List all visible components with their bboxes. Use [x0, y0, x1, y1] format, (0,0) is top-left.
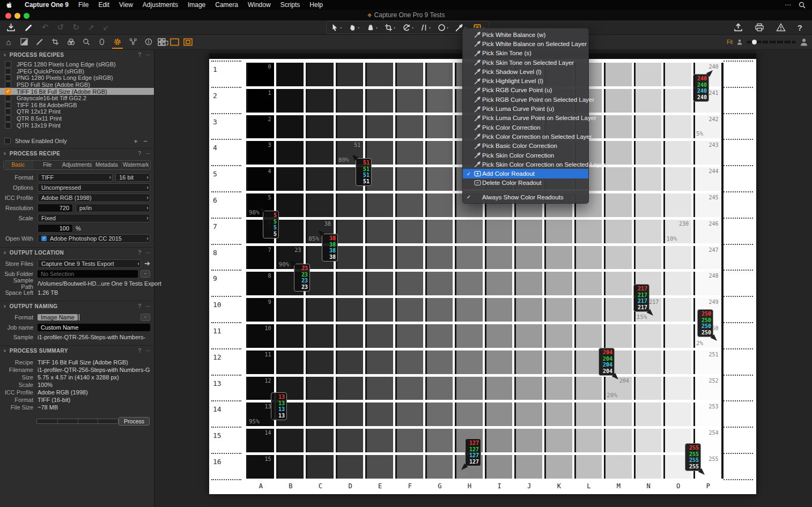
naming-format-browse-button[interactable]: −: [141, 314, 150, 321]
show-enabled-checkbox[interactable]: [4, 138, 11, 144]
rotate-left-icon[interactable]: ↺: [57, 23, 64, 32]
tab-color[interactable]: [65, 36, 76, 48]
zoom-slider-handle[interactable]: [752, 40, 757, 44]
more-icon[interactable]: ⋯: [145, 303, 151, 309]
menubar-item-window[interactable]: Window: [243, 1, 276, 9]
tab-library[interactable]: ⌂: [3, 36, 14, 48]
sub-folder-browse-button[interactable]: −: [141, 270, 150, 278]
tab-output[interactable]: [112, 36, 123, 48]
collapse-chevron-icon[interactable]: ∨: [3, 250, 6, 255]
recipe-row[interactable]: JPEG 1280 Pixels Long Edge (sRGB): [0, 61, 154, 68]
spot-tool[interactable]: ▾: [438, 24, 448, 32]
menubar-item-scripts[interactable]: Scripts: [276, 1, 305, 9]
color-readout-tag[interactable]: 38383838: [322, 234, 338, 262]
recipe-checkbox[interactable]: [5, 108, 11, 115]
tab-capture[interactable]: [19, 36, 29, 48]
recipe-checkbox[interactable]: [5, 122, 11, 129]
loupe-tool[interactable]: ▾: [366, 24, 378, 32]
menubar-item-view[interactable]: View: [114, 1, 138, 9]
menu-item-pick-luma-curve-point-u-[interactable]: Pick Luma Curve Point (u): [463, 104, 588, 113]
menubar-item-edit[interactable]: Edit: [93, 1, 114, 9]
menu-item-pick-rgb-curve-point-u-[interactable]: Pick RGB Curve Point (u): [463, 86, 588, 95]
tab-exposure[interactable]: [97, 36, 107, 48]
goto-folder-icon[interactable]: ➔: [144, 259, 150, 267]
undo-icon[interactable]: ↶: [42, 23, 49, 32]
menu-item-pick-basic-color-correction[interactable]: Pick Basic Color Correction: [463, 141, 588, 151]
arrow-down-left-icon[interactable]: ↙: [102, 23, 109, 32]
more-icon[interactable]: ⋯: [145, 151, 151, 156]
menubar-more-icon[interactable]: ⋯: [785, 1, 791, 9]
menu-item-pick-luma-curve-point-on-selected-layer[interactable]: Pick Luma Curve Point on Selected Layer: [463, 114, 588, 123]
open-with-checkbox[interactable]: ✓: [41, 236, 47, 241]
recipe-checkbox[interactable]: [5, 115, 11, 122]
grid-view-icon[interactable]: [158, 38, 166, 46]
recipe-row[interactable]: ✓TIFF 16 Bit Full Size (Adobe RGB): [0, 88, 154, 95]
crop-tool[interactable]: ▾: [385, 24, 395, 32]
menu-item-pick-shadow-level-l-[interactable]: Pick Shadow Level (l): [463, 67, 588, 76]
color-readout-tag[interactable]: 255255255255: [685, 443, 701, 471]
print-icon[interactable]: [755, 23, 764, 32]
open-with-select[interactable]: ✓ Adobe Photoshop CC 2015▴▾: [38, 234, 150, 243]
menu-item-always-show-color-readouts[interactable]: ✓Always Show Color Readouts: [463, 192, 588, 202]
sub-folder-input[interactable]: No Selection: [38, 270, 138, 278]
add-recipe-button[interactable]: +: [131, 137, 140, 145]
color-readout-tag[interactable]: 51515151: [356, 158, 372, 186]
tab-watermark[interactable]: Watermark: [122, 161, 151, 169]
recipe-checkbox[interactable]: [5, 68, 11, 74]
tab-metadata[interactable]: Metadata: [92, 161, 122, 169]
color-readout-tag[interactable]: 5555: [263, 211, 279, 238]
menu-item-add-color-readout[interactable]: ✓Add Color Readout: [463, 169, 588, 178]
recipe-row[interactable]: QTR 13x19 Print: [0, 122, 154, 129]
menu-item-pick-color-correction-on-selected-layer[interactable]: Pick Color Correction on Selected Layer: [463, 132, 588, 141]
more-icon[interactable]: ⋯: [145, 52, 151, 58]
menu-item-pick-skin-tone-s-[interactable]: Pick Skin Tone (s): [463, 49, 588, 58]
recipe-row[interactable]: PSD Full Size (Adobe RGB): [0, 81, 154, 88]
color-readout-tag[interactable]: 23232323: [294, 264, 310, 292]
menubar-search-icon[interactable]: [799, 2, 806, 9]
menubar-item-help[interactable]: Help: [305, 1, 328, 9]
scale-select[interactable]: Fixed▴▾: [38, 214, 150, 222]
tab-file[interactable]: File: [33, 161, 63, 169]
collapse-chevron-icon[interactable]: ∨: [3, 151, 6, 156]
menu-item-pick-highlight-level-l-[interactable]: Pick Highlight Level (l): [463, 76, 588, 85]
recipe-checkbox[interactable]: [5, 74, 11, 81]
menu-item-delete-color-readout[interactable]: Delete Color Readout: [463, 178, 588, 188]
help-icon[interactable]: ?: [798, 23, 802, 32]
scale-percent-input[interactable]: 100: [38, 224, 73, 233]
color-readout-tag[interactable]: 240240240240: [693, 74, 709, 102]
straighten-tool[interactable]: ▾: [420, 24, 431, 32]
menu-item-pick-white-balance-w-[interactable]: Pick White Balance (w): [463, 30, 588, 39]
menu-item-pick-skin-tone-on-selected-layer[interactable]: Pick Skin Tone on Selected Layer: [463, 58, 588, 67]
pan-tool[interactable]: ▾: [349, 24, 359, 32]
recipe-row[interactable]: QTR 8.5x11 Print: [0, 115, 154, 122]
cursor-brush-icon[interactable]: [24, 23, 33, 32]
recipe-row[interactable]: PNG 1280 Pixels Long Edge (sRGB): [0, 74, 154, 81]
bit-depth-select[interactable]: 16 bit▴▾: [115, 173, 150, 182]
menubar-item-capture-one-9[interactable]: Capture One 9: [20, 1, 73, 9]
menubar-item-camera[interactable]: Camera: [210, 1, 243, 9]
color-readout-tag[interactable]: 127127127127: [465, 438, 481, 466]
more-icon[interactable]: ⋯: [145, 348, 151, 354]
menu-item-pick-rgb-curve-point-on-selected-layer[interactable]: Pick RGB Curve Point on Selected Layer: [463, 95, 588, 104]
multi-view-icon[interactable]: [183, 38, 193, 46]
rotate-right-icon[interactable]: ↻: [72, 23, 79, 32]
store-files-select[interactable]: Capture One 9 Tests Export▴▾: [38, 259, 141, 268]
menubar-item-adjustments[interactable]: Adjustments: [138, 1, 183, 9]
zoom-slider[interactable]: [747, 41, 796, 43]
recipe-row[interactable]: Grayscale16-bit Tiff GG2.2: [0, 95, 154, 102]
icc-profile-select[interactable]: Adobe RGB (1998)▴▾: [38, 193, 150, 202]
rotate-tool[interactable]: ▾: [402, 24, 414, 32]
collapse-chevron-icon[interactable]: ∨: [3, 304, 6, 309]
resolution-unit-select[interactable]: px/in▴▾: [76, 204, 150, 212]
help-icon[interactable]: ?: [138, 303, 141, 309]
recipe-row[interactable]: QTR 12x12 Print: [0, 108, 154, 115]
tab-quick[interactable]: [34, 36, 45, 48]
recipe-checkbox[interactable]: ✓: [5, 88, 11, 95]
recipe-checkbox[interactable]: [5, 81, 11, 88]
tab-crop[interactable]: [50, 36, 61, 48]
remove-recipe-button[interactable]: −: [141, 137, 150, 145]
menu-item-pick-color-correction[interactable]: Pick Color Correction: [463, 123, 588, 132]
collapse-chevron-icon[interactable]: ∨: [3, 53, 6, 57]
import-icon[interactable]: [6, 23, 16, 32]
recipe-row[interactable]: TIFF 16 Bit AdobeRGB: [0, 102, 154, 109]
